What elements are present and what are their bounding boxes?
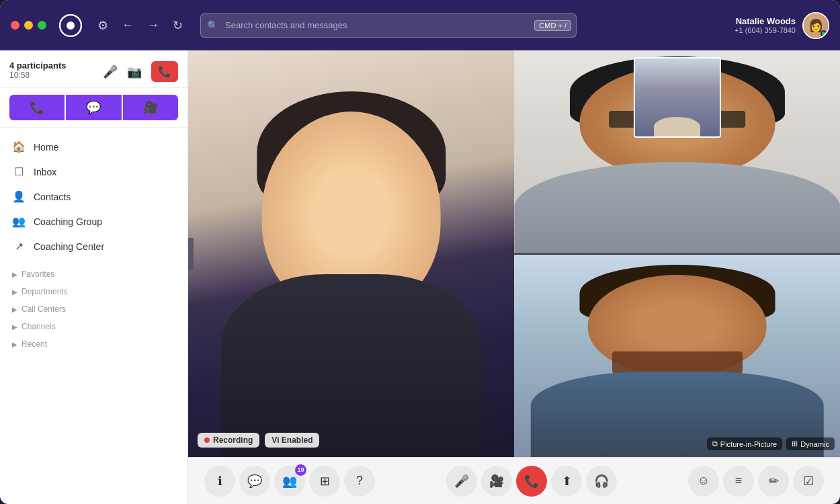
pip-badges: ⧉ Picture-in-Picture ⊞ Dynamic xyxy=(707,437,835,450)
audio-settings-button[interactable]: 🎧 xyxy=(586,466,617,497)
chevron-right-icon: ▶ xyxy=(12,288,17,296)
sidebar-collapse-button[interactable]: ‹ xyxy=(188,238,194,270)
forward-button[interactable]: → xyxy=(143,15,163,35)
end-call-mini-button[interactable]: 📞 xyxy=(151,61,178,82)
end-call-icon: 📞 xyxy=(524,474,539,489)
dynamic-label: Dynamic xyxy=(800,440,829,448)
close-button[interactable] xyxy=(11,21,19,30)
top-right-video-cell xyxy=(514,50,840,253)
coaching-center-icon: ↗ xyxy=(12,240,26,253)
bottom-right-video-cell: ⧉ Picture-in-Picture ⊞ Dynamic xyxy=(514,253,840,458)
call-action-buttons: 📞 💬 🎥 xyxy=(0,88,187,128)
layout-button[interactable]: ⊞ xyxy=(309,466,340,497)
bottom-toolbar: ℹ 💬 👥 19 ⊞ ? xyxy=(188,457,840,504)
annotate-button[interactable]: ✏ xyxy=(758,466,789,497)
sidebar-section-call-centers[interactable]: ▶ Call Centers xyxy=(0,300,187,318)
nav-buttons: ⚙ ← → ↻ xyxy=(93,15,187,36)
menu-icon: ≡ xyxy=(735,474,743,488)
mute-button[interactable]: 🎤 xyxy=(446,466,477,497)
sidebar-section-departments[interactable]: ▶ Departments xyxy=(0,283,187,300)
chevron-right-icon: ▶ xyxy=(12,271,17,278)
chevron-right-icon: ▶ xyxy=(12,306,17,313)
help-button[interactable]: ? xyxy=(344,466,375,497)
refresh-button[interactable]: ↻ xyxy=(169,15,187,36)
sidebar-section-recent[interactable]: ▶ Recent xyxy=(0,335,187,353)
video-toggle-button[interactable]: 🎥 xyxy=(481,466,512,497)
info-button[interactable]: ℹ xyxy=(204,466,235,497)
recording-label: Recording xyxy=(213,435,253,445)
share-screen-icon: ⬆ xyxy=(562,474,572,489)
sidebar-item-contacts-label: Contacts xyxy=(34,192,71,202)
tasks-button[interactable]: ☑ xyxy=(793,466,824,497)
sidebar-item-home[interactable]: 🏠 Home xyxy=(0,134,187,159)
traffic-lights xyxy=(11,21,46,30)
dynamic-icon: ⊞ xyxy=(792,439,798,448)
svg-point-1 xyxy=(67,22,75,30)
sidebar-item-inbox-label: Inbox xyxy=(34,167,56,177)
share-screen-button[interactable]: ⬆ xyxy=(551,466,582,497)
menu-button[interactable]: ≡ xyxy=(723,466,754,497)
sidebar-item-coaching-group[interactable]: 👥 Coaching Group xyxy=(0,209,187,234)
call-info: 4 participants 10:58 🎤 📷 📞 xyxy=(0,50,187,88)
contacts-icon: 👤 xyxy=(12,190,26,203)
maximize-button[interactable] xyxy=(38,21,46,30)
settings-button[interactable]: ⚙ xyxy=(93,15,112,36)
layout-icon: ⊞ xyxy=(320,474,330,489)
search-bar[interactable]: 🔍 CMD + / xyxy=(200,13,577,38)
sidebar-sections: ▶ Favorites ▶ Departments ▶ Call Centers… xyxy=(0,265,187,353)
sidebar-item-contacts[interactable]: 👤 Contacts xyxy=(0,184,187,209)
back-button[interactable]: ← xyxy=(118,15,138,35)
sidebar-item-inbox[interactable]: ☐ Inbox xyxy=(0,159,187,184)
minimize-button[interactable] xyxy=(24,21,33,30)
pip-label: Picture-in-Picture xyxy=(720,440,777,448)
sidebar-item-coaching-center[interactable]: ↗ Coaching Center xyxy=(0,234,187,259)
pencil-icon: ✏ xyxy=(769,474,779,489)
participants-button[interactable]: 👥 19 xyxy=(274,466,305,497)
right-video-column: ⧉ Picture-in-Picture ⊞ Dynamic xyxy=(514,50,840,457)
video-action-button[interactable]: 🎥 xyxy=(123,95,178,120)
sidebar-section-favorites[interactable]: ▶ Favorites xyxy=(0,265,187,283)
call-centers-label: Call Centers xyxy=(22,304,66,314)
toolbar-left-group: ℹ 💬 👥 19 ⊞ ? xyxy=(204,466,375,497)
emoji-button[interactable]: ☺ xyxy=(688,466,719,497)
main-video-person xyxy=(188,50,514,457)
channels-label: Channels xyxy=(22,322,56,331)
main-video-cell: ‹ Recording Vi Enabled xyxy=(188,50,514,457)
avatar[interactable]: 👩 xyxy=(802,12,829,39)
chat-button[interactable]: 💬 xyxy=(239,466,270,497)
toolbar-center-group: 🎤 🎥 📞 ⬆ 🎧 xyxy=(446,466,617,497)
vi-enabled-badge: Vi Enabled xyxy=(265,433,319,448)
video-grid: ‹ Recording Vi Enabled xyxy=(188,50,840,457)
recording-dot xyxy=(204,437,210,443)
call-participants: 4 participants xyxy=(9,60,67,71)
chevron-right-icon: ▶ xyxy=(12,341,17,348)
sidebar-item-home-label: Home xyxy=(34,142,58,153)
dynamic-badge: ⊞ Dynamic xyxy=(786,437,835,450)
emoji-icon: ☺ xyxy=(698,474,710,488)
camera-icon[interactable]: 📷 xyxy=(127,65,142,79)
participants-icon: 👥 xyxy=(282,474,297,489)
pip-icon: ⧉ xyxy=(712,439,718,448)
search-input[interactable] xyxy=(200,13,577,38)
sidebar-section-channels[interactable]: ▶ Channels xyxy=(0,318,187,335)
thumb-bg xyxy=(635,58,720,136)
user-phone: +1 (604) 359-7840 xyxy=(734,26,796,34)
sidebar-item-coaching-center-label: Coaching Center xyxy=(34,241,104,252)
sidebar: 4 participants 10:58 🎤 📷 📞 📞 💬 🎥 xyxy=(0,50,188,504)
call-controls-top: 🎤 📷 📞 xyxy=(103,61,178,82)
status-dot xyxy=(821,30,827,37)
message-action-button[interactable]: 💬 xyxy=(66,95,121,120)
microphone-icon: 🎤 xyxy=(454,474,469,489)
vi-label: Vi Enabled xyxy=(271,435,312,445)
info-icon: ℹ xyxy=(218,474,222,489)
recording-badge: Recording xyxy=(198,433,259,448)
end-call-button[interactable]: 📞 xyxy=(516,466,547,497)
home-icon: 🏠 xyxy=(12,140,26,153)
user-details: Natalie Woods +1 (604) 359-7840 xyxy=(734,16,796,34)
main-content: 4 participants 10:58 🎤 📷 📞 📞 💬 🎥 xyxy=(0,50,840,504)
app-window: ⚙ ← → ↻ 🔍 CMD + / Natalie Woods +1 (604)… xyxy=(0,0,840,504)
coaching-group-icon: 👥 xyxy=(12,215,26,228)
microphone-icon[interactable]: 🎤 xyxy=(103,65,118,79)
ptr-body xyxy=(514,162,840,253)
phone-action-button[interactable]: 📞 xyxy=(9,95,65,120)
